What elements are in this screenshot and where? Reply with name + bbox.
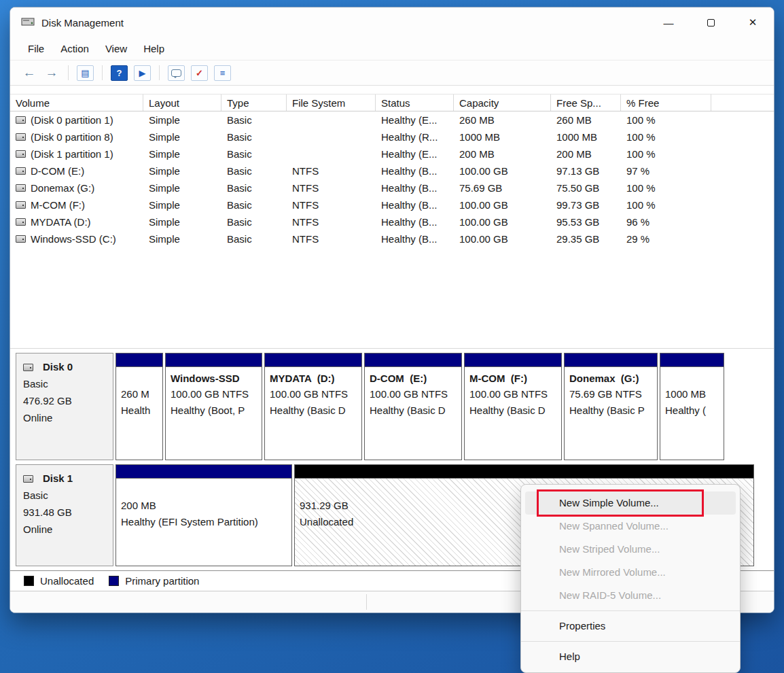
- cell-layout: Simple: [143, 196, 221, 213]
- disk-icon: [23, 364, 33, 371]
- maximize-icon: [707, 19, 715, 27]
- partition-donemax[interactable]: Donemax (G:) 75.69 GB NTFS Healthy (Basi…: [564, 353, 658, 460]
- partition-disk0-recovery[interactable]: 260 M Health: [115, 353, 163, 460]
- menu-file[interactable]: File: [20, 39, 52, 58]
- cell-type: Basic: [221, 162, 287, 179]
- cell-file-system: [287, 145, 376, 162]
- cell-file-system: [287, 111, 376, 128]
- cell-layout: Simple: [143, 162, 221, 179]
- table-row[interactable]: (Disk 1 partition 1) Simple Basic Health…: [10, 145, 774, 162]
- cell-layout: Simple: [143, 179, 221, 196]
- action-pane-icon[interactable]: ▶: [134, 65, 151, 81]
- cell-type: Basic: [221, 230, 287, 247]
- menu-view[interactable]: View: [97, 39, 135, 58]
- menu-item-help[interactable]: Help: [525, 645, 736, 668]
- context-menu: New Simple Volume... New Spanned Volume.…: [520, 484, 741, 673]
- export-list-icon[interactable]: ≡: [214, 65, 231, 81]
- cell-capacity: 260 MB: [454, 111, 551, 128]
- column-header-volume[interactable]: Volume: [10, 94, 143, 111]
- primary-partition-swatch: [109, 576, 119, 586]
- comment-icon[interactable]: [168, 65, 185, 81]
- menu-item-new-striped-volume: New Striped Volume...: [525, 538, 736, 561]
- table-row[interactable]: MYDATA (D:) Simple Basic NTFS Healthy (B…: [10, 213, 774, 230]
- partition-size: 260 M: [121, 386, 158, 402]
- status-bar-divider: [366, 594, 367, 610]
- cell-layout: Simple: [143, 128, 221, 145]
- cell-status: Healthy (E...: [376, 145, 454, 162]
- table-row[interactable]: M-COM (F:) Simple Basic NTFS Healthy (B.…: [10, 196, 774, 213]
- cell-capacity: 75.69 GB: [454, 179, 551, 196]
- disk-name: Disk 1: [43, 470, 73, 487]
- cell-capacity: 200 MB: [454, 145, 551, 162]
- unallocated-swatch: [24, 576, 34, 586]
- console-tree-icon[interactable]: ▤: [77, 65, 94, 81]
- disk-type: Basic: [23, 487, 113, 504]
- toolbar-separator: [102, 65, 103, 80]
- partition-color-bar: [465, 353, 561, 367]
- cell-type: Basic: [221, 128, 287, 145]
- partition-disk1-efi[interactable]: 200 MB Healthy (EFI System Partition): [115, 464, 292, 566]
- table-row[interactable]: (Disk 0 partition 1) Simple Basic Health…: [10, 111, 774, 128]
- maximize-button[interactable]: [690, 7, 732, 37]
- column-header-type[interactable]: Type: [221, 94, 287, 111]
- cell-status: Healthy (E...: [376, 111, 454, 128]
- column-header-layout[interactable]: Layout: [143, 94, 221, 111]
- legend-unallocated-label: Unallocated: [40, 575, 94, 587]
- partition-size: 200 MB: [121, 498, 287, 514]
- disk-0-header[interactable]: Disk 0 Basic 476.92 GB Online: [16, 353, 113, 460]
- cell-filler: [711, 213, 774, 230]
- back-icon[interactable]: ←: [21, 65, 37, 80]
- volume-name: D-COM (E:): [31, 165, 84, 177]
- menu-item-properties[interactable]: Properties: [525, 615, 736, 638]
- menu-help[interactable]: Help: [135, 39, 173, 58]
- cell-filler: [711, 111, 774, 128]
- partition-size: 100.00 GB NTFS: [171, 386, 257, 402]
- window-title: Disk Management: [41, 17, 124, 29]
- minimize-button[interactable]: —: [647, 7, 690, 37]
- partition-d-com[interactable]: D-COM (E:) 100.00 GB NTFS Healthy (Basic…: [364, 353, 462, 460]
- partition-name: [665, 370, 719, 386]
- menu-item-new-mirrored-volume: New Mirrored Volume...: [525, 561, 736, 584]
- volume-name: (Disk 0 partition 8): [31, 131, 113, 143]
- partition-mydata[interactable]: MYDATA (D:) 100.00 GB NTFS Healthy (Basi…: [264, 353, 362, 460]
- partition-disk0-1000mb[interactable]: 1000 MB Healthy (: [660, 353, 724, 460]
- column-header-status[interactable]: Status: [376, 94, 454, 111]
- forward-icon[interactable]: →: [43, 65, 60, 80]
- disk-1-header[interactable]: Disk 1 Basic 931.48 GB Online: [16, 464, 113, 566]
- column-header-capacity[interactable]: Capacity: [454, 94, 551, 111]
- cell-free-space: 1000 MB: [551, 128, 621, 145]
- table-row[interactable]: D-COM (E:) Simple Basic NTFS Healthy (B.…: [10, 162, 774, 179]
- cell-free-space: 97.13 GB: [551, 162, 621, 179]
- menu-action[interactable]: Action: [52, 39, 97, 58]
- column-header-file-system[interactable]: File System: [287, 94, 376, 111]
- cell-type: Basic: [221, 196, 287, 213]
- volume-icon: [16, 235, 26, 243]
- table-row[interactable]: Donemax (G:) Simple Basic NTFS Healthy (…: [10, 179, 774, 196]
- close-button[interactable]: ✕: [732, 7, 774, 37]
- check-icon[interactable]: ✓: [191, 65, 208, 81]
- table-row[interactable]: Windows-SSD (C:) Simple Basic NTFS Healt…: [10, 230, 774, 247]
- cell-pct-free: 100 %: [621, 196, 711, 213]
- cell-free-space: 260 MB: [551, 111, 621, 128]
- column-header-free-space[interactable]: Free Sp...: [551, 94, 621, 111]
- cell-filler: [711, 145, 774, 162]
- partition-color-bar: [116, 353, 162, 367]
- disk-size: 931.48 GB: [23, 504, 113, 521]
- cell-capacity: 100.00 GB: [454, 230, 551, 247]
- cell-pct-free: 100 %: [621, 128, 711, 145]
- cell-filler: [711, 230, 774, 247]
- partition-m-com[interactable]: M-COM (F:) 100.00 GB NTFS Healthy (Basic…: [464, 353, 562, 460]
- cell-pct-free: 100 %: [621, 179, 711, 196]
- cell-type: Basic: [221, 145, 287, 162]
- help-icon[interactable]: ?: [111, 65, 128, 81]
- volume-name: (Disk 0 partition 1): [31, 114, 113, 126]
- partition-color-bar: [365, 353, 461, 367]
- cell-layout: Simple: [143, 111, 221, 128]
- column-header-pct-free[interactable]: % Free: [621, 94, 711, 111]
- caption-buttons: — ✕: [647, 7, 774, 37]
- menu-item-new-simple-volume[interactable]: New Simple Volume...: [525, 491, 736, 515]
- partition-windows-ssd[interactable]: Windows-SSD 100.00 GB NTFS Healthy (Boot…: [165, 353, 262, 460]
- cell-layout: Simple: [143, 145, 221, 162]
- table-row[interactable]: (Disk 0 partition 8) Simple Basic Health…: [10, 128, 774, 145]
- cell-capacity: 100.00 GB: [454, 196, 551, 213]
